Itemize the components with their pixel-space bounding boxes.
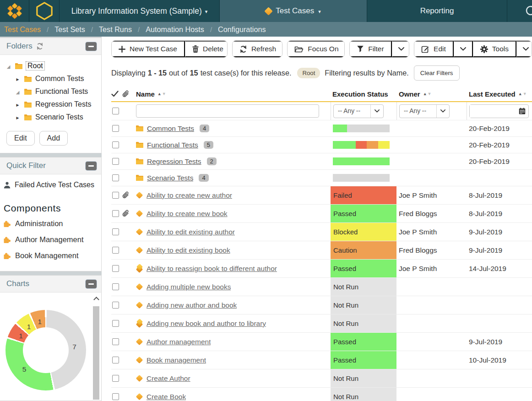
- caret-collapsed-icon[interactable]: ▸: [15, 113, 21, 121]
- test-case-link[interactable]: Ability to create new book: [147, 210, 228, 218]
- tree-node-common-tests[interactable]: ▸Common Tests: [15, 72, 101, 85]
- caret-expanded-icon[interactable]: ◢: [15, 87, 21, 96]
- edit-button[interactable]: Edit: [414, 41, 454, 57]
- collapse-panel-icon[interactable]: [86, 280, 97, 288]
- test-case-link[interactable]: Ability to create new author: [147, 191, 232, 200]
- select-all-checkbox[interactable]: [112, 108, 119, 114]
- folder-link[interactable]: Functional Tests: [147, 141, 198, 149]
- test-case-link[interactable]: Author management: [147, 338, 211, 346]
- edit-folder-button[interactable]: Edit: [6, 131, 35, 146]
- last-executed-cell: 8-Jul-2019: [467, 205, 532, 222]
- add-folder-button[interactable]: Add: [39, 131, 68, 146]
- row-checkbox[interactable]: [112, 141, 119, 148]
- sort-arrows-icon[interactable]: ▲▼: [423, 92, 432, 96]
- test-case-link[interactable]: Adding new author and book: [147, 301, 237, 309]
- table-row: Ability to edit existing bookCautionFred…: [111, 241, 532, 260]
- owner-filter-select[interactable]: -- Any --: [399, 104, 450, 118]
- new-test-case-button[interactable]: New Test Case: [112, 41, 185, 57]
- component-item-administration[interactable]: Administration: [0, 216, 101, 232]
- folder-chip[interactable]: Root: [297, 68, 320, 78]
- row-checkbox[interactable]: [112, 228, 119, 235]
- subnav-item-configurations[interactable]: Configurations: [212, 25, 271, 34]
- folder-link[interactable]: Regression Tests: [147, 157, 201, 166]
- row-checkbox[interactable]: [112, 320, 119, 327]
- tools-dropdown-chevron[interactable]: [516, 41, 532, 57]
- execution-status-bar: [333, 125, 390, 132]
- column-header-last-executed[interactable]: Last Executed ▲▼: [467, 90, 532, 98]
- scrollbar-thumb[interactable]: [93, 306, 99, 400]
- name-filter-input[interactable]: [136, 104, 319, 118]
- subnav-item-test-sets[interactable]: Test Sets: [49, 25, 91, 34]
- last-executed-date-input[interactable]: [470, 105, 516, 118]
- row-checkbox[interactable]: [112, 265, 119, 272]
- owner-cell: [396, 153, 467, 169]
- row-checkbox[interactable]: [112, 174, 119, 181]
- component-item-book-management[interactable]: Book Management: [0, 248, 101, 264]
- refresh-icon[interactable]: [36, 43, 43, 50]
- select-all-header[interactable]: [111, 91, 122, 97]
- hexagon-logo[interactable]: [29, 0, 60, 22]
- spira-cube-logo[interactable]: [0, 0, 29, 22]
- caret-collapsed-icon[interactable]: ▸: [15, 75, 21, 83]
- row-checkbox[interactable]: [112, 338, 119, 345]
- clear-filters-button[interactable]: Clear Filters: [414, 65, 460, 81]
- execution-status-bar: [333, 141, 390, 149]
- test-case-link[interactable]: Create Book: [147, 393, 186, 401]
- last-executed-cell: 20-Feb-2019: [467, 153, 532, 169]
- column-header-owner[interactable]: Owner ▲▼: [396, 90, 467, 98]
- row-checkbox[interactable]: [112, 393, 119, 400]
- test-case-link[interactable]: Ability to edit existing author: [147, 228, 235, 236]
- caret-expanded-icon[interactable]: ◢: [5, 62, 11, 70]
- delete-button[interactable]: Delete: [185, 41, 228, 57]
- subnav-item-automation-hosts[interactable]: Automation Hosts: [140, 25, 210, 34]
- row-checkbox[interactable]: [112, 302, 119, 309]
- project-dropdown[interactable]: Library Information System (Sample) ▾: [60, 0, 220, 22]
- row-checkbox[interactable]: [112, 210, 119, 217]
- refresh-button[interactable]: Refresh: [233, 41, 282, 57]
- filter-button[interactable]: Filter: [350, 41, 391, 57]
- test-case-link[interactable]: Create Author: [147, 374, 190, 383]
- subnav-item-test-runs[interactable]: Test Runs: [93, 25, 138, 34]
- folder-link[interactable]: Scenario Tests: [147, 174, 193, 182]
- component-item-author-management[interactable]: Author Management: [0, 232, 101, 248]
- tree-node-functional-tests[interactable]: ◢Functional Tests: [15, 85, 101, 98]
- last-executed-cell: [467, 369, 532, 387]
- calendar-icon[interactable]: [516, 108, 528, 114]
- test-case-link[interactable]: Adding multiple new books: [147, 283, 231, 291]
- sort-arrows-icon[interactable]: ▲▼: [518, 92, 527, 96]
- subnav-item-test-cases[interactable]: Test Cases: [4, 25, 47, 34]
- tab-reporting[interactable]: Reporting: [367, 0, 507, 22]
- sort-arrows-icon[interactable]: ▲▼: [157, 92, 166, 96]
- tree-node-root[interactable]: ◢Root: [5, 60, 101, 72]
- collapse-panel-icon[interactable]: [86, 162, 97, 170]
- filter-dropdown-chevron[interactable]: [392, 41, 409, 57]
- tools-button[interactable]: Tools: [473, 41, 516, 57]
- focus-on-button[interactable]: Focus On: [288, 41, 345, 57]
- caret-collapsed-icon[interactable]: ▸: [15, 100, 21, 108]
- column-header-name[interactable]: Name ▲▼: [132, 90, 331, 98]
- tree-node-regression-tests[interactable]: ▸Regression Tests: [15, 98, 101, 111]
- tab-test-cases[interactable]: Test Cases ▾: [220, 0, 367, 22]
- test-case-link[interactable]: Book management: [147, 356, 206, 364]
- search-button[interactable]: [507, 0, 532, 22]
- row-checkbox[interactable]: [112, 283, 119, 290]
- chart-scrollbar[interactable]: [92, 293, 100, 401]
- tree-node-scenario-tests[interactable]: ▸Scenario Tests: [15, 111, 101, 124]
- row-checkbox[interactable]: [112, 247, 119, 254]
- row-checkbox[interactable]: [112, 158, 119, 165]
- quick-filter-failed-active[interactable]: Failed Active Test Cases: [0, 174, 101, 189]
- row-checkbox[interactable]: [112, 125, 119, 132]
- test-case-link[interactable]: Ability to reassign book to different au…: [147, 265, 277, 273]
- collapse-panel-icon[interactable]: [86, 42, 97, 51]
- test-case-link[interactable]: Adding new book and author to library: [147, 320, 266, 328]
- test-case-link[interactable]: Ability to edit existing book: [147, 246, 230, 255]
- charts-panel: Charts 75111: [0, 275, 102, 401]
- row-checkbox[interactable]: [112, 375, 119, 382]
- column-header-execution-status[interactable]: Execution Status: [331, 90, 396, 98]
- execution-status-filter-select[interactable]: -- Any --: [333, 104, 384, 118]
- row-checkbox[interactable]: [112, 192, 119, 199]
- folder-link[interactable]: Common Tests: [147, 125, 194, 133]
- row-checkbox[interactable]: [112, 357, 119, 363]
- scroll-up-icon[interactable]: [92, 293, 100, 303]
- edit-dropdown-chevron[interactable]: [454, 41, 473, 57]
